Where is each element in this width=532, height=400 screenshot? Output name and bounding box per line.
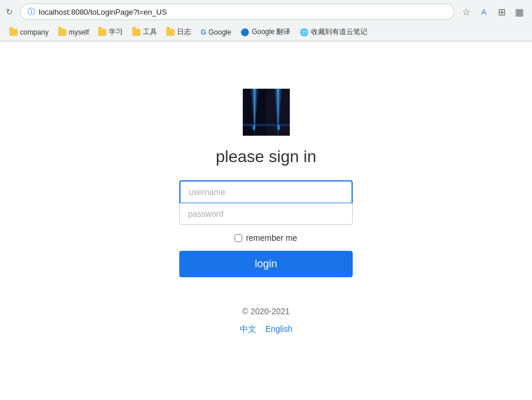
bookmark-label: Google 翻译 [252,27,290,37]
extensions-icon[interactable]: ⊞ [494,5,508,19]
username-input[interactable] [179,180,353,203]
url-text: localhost:8080/toLoginPage?l=en_US [39,8,447,16]
bookmark-tools[interactable]: 工具 [129,25,160,39]
bookmark-google[interactable]: G Google [197,26,235,38]
remember-me-row: remember me [179,233,353,243]
google-icon: G [200,28,206,36]
bookmarks-bar: company myself 学习 工具 日志 G Google 🔵 Googl… [0,23,532,41]
svg-rect-7 [253,125,255,130]
main-content: please sign in remember me login © 2020-… [0,42,532,335]
address-bar-row: ↻ ⓘ localhost:8080/toLoginPage?l=en_US ☆… [0,0,532,23]
address-bar[interactable]: ⓘ localhost:8080/toLoginPage?l=en_US [20,4,454,20]
login-button[interactable]: login [179,251,353,277]
translate-browser-icon[interactable]: A [477,5,491,19]
lang-zh-link[interactable]: 中文 [240,324,256,335]
folder-icon [98,29,106,36]
remember-me-checkbox[interactable] [235,234,242,242]
translate-icon: 🔵 [240,28,249,36]
bookmark-label: 收藏到有道云笔记 [311,27,367,37]
bookmark-label: 日志 [177,27,191,37]
bookmark-label: 工具 [143,27,157,37]
bookmark-label: company [20,28,49,36]
bookmark-company[interactable]: company [6,26,52,38]
bookmark-myself[interactable]: myself [55,26,93,38]
lang-en-link[interactable]: English [266,324,293,335]
folder-icon [9,29,18,36]
folder-icon [132,29,140,36]
login-form: remember me login [179,180,353,301]
sign-in-title: please sign in [216,147,316,166]
copyright-text: © 2020-2021 [242,307,290,316]
youdao-icon: 🌐 [300,28,309,36]
folder-icon [166,29,175,36]
qr-icon[interactable]: ▦ [512,5,526,19]
browser-chrome: ↻ ⓘ localhost:8080/toLoginPage?l=en_US ☆… [0,0,532,42]
remember-me-label: remember me [246,233,297,243]
logo-image [243,89,290,136]
bookmark-study[interactable]: 学习 [95,25,126,39]
info-icon: ⓘ [28,6,35,17]
logo-container [243,89,290,136]
language-links: 中文 English [240,324,293,335]
bookmark-youdao[interactable]: 🌐 收藏到有道云笔记 [296,25,371,39]
browser-actions: ☆ A ⊞ ▦ [459,5,526,19]
bookmark-label: myself [69,28,89,36]
bookmark-log[interactable]: 日志 [163,25,195,39]
folder-icon [58,29,66,36]
bookmark-label: Google [209,28,232,36]
bookmark-label: 学习 [109,27,123,37]
svg-rect-8 [277,125,280,130]
refresh-icon[interactable]: ↻ [6,7,15,16]
svg-rect-6 [243,124,290,126]
password-input[interactable] [179,203,353,225]
star-icon[interactable]: ☆ [459,5,473,19]
bookmark-translate[interactable]: 🔵 Google 翻译 [237,25,294,39]
